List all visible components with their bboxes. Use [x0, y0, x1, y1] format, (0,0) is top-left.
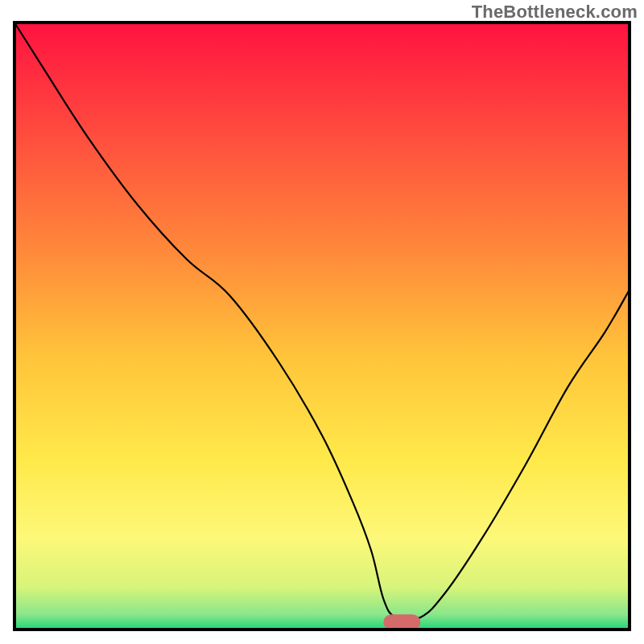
chart-background — [14, 23, 630, 630]
chart-container: TheBottleneck.com — [0, 0, 644, 644]
optimal-marker — [383, 614, 420, 630]
watermark-text: TheBottleneck.com — [472, 2, 638, 23]
bottleneck-chart — [0, 0, 644, 644]
